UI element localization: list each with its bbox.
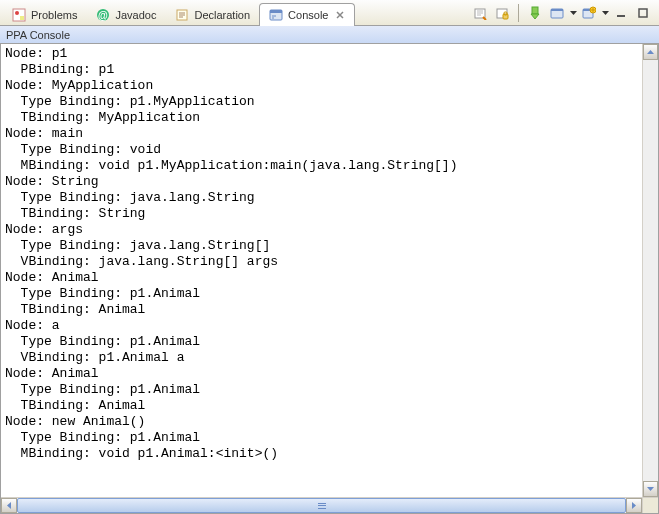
tab-declaration[interactable]: Declaration — [165, 3, 259, 25]
svg-marker-37 — [647, 487, 654, 491]
scrollbar-corner — [642, 497, 658, 513]
scroll-right-button[interactable] — [626, 498, 642, 513]
svg-point-1 — [15, 11, 19, 15]
horizontal-scroll-track[interactable] — [17, 498, 626, 513]
svg-text:@: @ — [99, 10, 109, 21]
display-console-button[interactable] — [547, 3, 567, 23]
svg-rect-26 — [551, 9, 563, 11]
tab-label: Javadoc — [115, 9, 156, 21]
clear-console-button[interactable] — [470, 3, 490, 23]
horizontal-scrollbar[interactable] — [1, 497, 642, 513]
tab-problems[interactable]: Problems — [2, 3, 86, 25]
console-output[interactable]: Node: p1 PBinding: p1 Node: MyApplicatio… — [1, 44, 658, 513]
scroll-down-button[interactable] — [643, 481, 658, 497]
javadoc-icon: @ — [95, 7, 111, 23]
console-icon — [268, 7, 284, 23]
toolbar-separator — [518, 4, 519, 22]
open-console-dropdown[interactable] — [601, 11, 609, 15]
scroll-up-button[interactable] — [643, 44, 658, 60]
scroll-left-button[interactable] — [1, 498, 17, 513]
svg-marker-24 — [531, 14, 539, 19]
pin-console-button[interactable] — [525, 3, 545, 23]
svg-rect-35 — [639, 9, 647, 17]
close-icon[interactable] — [334, 9, 346, 21]
problems-icon — [11, 7, 27, 23]
scroll-lock-button[interactable] — [492, 3, 512, 23]
maximize-button[interactable] — [633, 3, 653, 23]
toolbar-buttons — [470, 3, 657, 23]
scroll-grip-icon — [318, 503, 326, 509]
tab-javadoc[interactable]: @ Javadoc — [86, 3, 165, 25]
svg-marker-27 — [570, 11, 577, 15]
vertical-scrollbar[interactable] — [642, 44, 658, 497]
svg-rect-2 — [20, 16, 24, 20]
view-tabs: Problems @ Javadoc Declaration Console — [2, 0, 355, 25]
console-title: PPA Console — [6, 29, 70, 41]
console-subheader: PPA Console — [0, 26, 659, 44]
minimize-button[interactable] — [611, 3, 631, 23]
svg-rect-34 — [617, 15, 625, 17]
tab-label: Declaration — [194, 9, 250, 21]
console-content-wrapper: Node: p1 PBinding: p1 Node: MyApplicatio… — [0, 44, 659, 514]
svg-marker-38 — [7, 502, 11, 509]
svg-marker-33 — [602, 11, 609, 15]
tab-console[interactable]: Console — [259, 3, 355, 26]
display-console-dropdown[interactable] — [569, 11, 577, 15]
svg-line-19 — [483, 17, 486, 20]
open-console-button[interactable] — [579, 3, 599, 23]
declaration-icon — [174, 7, 190, 23]
svg-marker-39 — [632, 502, 636, 509]
horizontal-scroll-thumb[interactable] — [17, 498, 626, 513]
tab-label: Console — [288, 9, 328, 21]
svg-rect-23 — [532, 7, 538, 14]
tab-label: Problems — [31, 9, 77, 21]
vertical-scroll-track[interactable] — [643, 60, 658, 481]
svg-marker-36 — [647, 50, 654, 54]
svg-rect-10 — [270, 10, 282, 13]
view-toolbar: Problems @ Javadoc Declaration Console — [0, 0, 659, 26]
